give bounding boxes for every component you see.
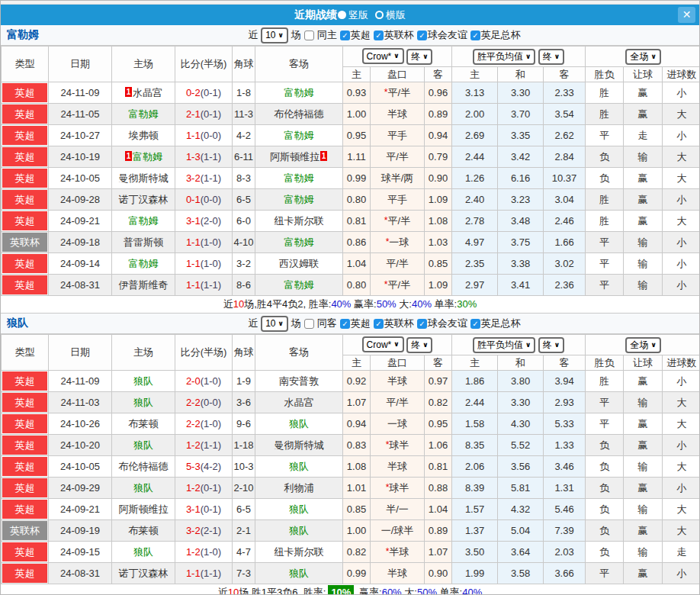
full-score: 1-3 [186,151,201,162]
half-score: (1-0) [201,375,221,387]
avg-draw: 3.48 [498,211,544,232]
home-team: 阿斯顿维拉 [112,499,175,520]
col-away: 客场 [255,47,343,82]
recent-results-window: 近期战绩 竖版 横版 ✕ 富勒姆 近 10∨ 场 同主 ✓英超 ✓英联杯 ✓球会… [0,0,700,595]
result-wdl: 平 [586,232,624,253]
radio-horizontal-layout[interactable] [375,11,384,19]
same-venue-label[interactable]: 同客 [317,317,337,330]
avg-away: 5.33 [544,413,586,435]
results-table: 类型 日期 主场 比分(半场) 角球 客场 Crow*∨ 终∨ 胜平负均值∨ 终… [1,334,700,584]
team-label: 利物浦 [284,482,314,494]
avg-draw: 3.23 [498,189,544,211]
league-label[interactable]: 球会友谊 [428,28,467,42]
subcol-result-wdl: 胜负 [586,67,624,82]
avg-draw: 4.32 [498,499,544,520]
team-label: 狼队 [289,461,309,472]
league-label[interactable]: 英联杯 [384,317,414,330]
close-icon[interactable]: ✕ [678,7,695,23]
radio-vertical-layout[interactable] [338,11,346,19]
away-team: 富勒姆 [255,82,343,104]
match-type-badge: 英超 [2,211,49,232]
same-venue-checkbox[interactable] [304,319,314,329]
match-count-select[interactable]: 10∨ [261,27,288,43]
match-type-badge: 英超 [2,168,49,189]
avg-draw: 3.35 [498,125,544,146]
avg-select[interactable]: 胜平负均值∨ [473,49,535,65]
league-label[interactable]: 英超 [351,317,371,330]
chevron-down-icon: ∨ [393,341,399,348]
avg-away: 1.66 [544,232,586,253]
league-badge: 英超 [2,457,47,476]
scope-select[interactable]: 全场∨ [625,337,660,353]
away-team: 狼队 [255,563,343,584]
league-checkbox-fa-cup[interactable]: ✓ [470,319,480,329]
half-score: (0-1) [201,503,221,515]
league-label[interactable]: 英足总杯 [481,28,521,42]
league-label[interactable]: 英超 [351,28,371,42]
radio-vertical-label[interactable]: 竖版 [348,8,368,22]
table-row: 英超24-10-27埃弗顿1-1(0-0)4-2富勒姆0.95平手0.942.6… [2,125,700,146]
subcol-result-handicap: 让球 [624,355,663,371]
league-checkbox-fa-cup[interactable]: ✓ [470,31,480,40]
avg-away: 3.94 [544,371,586,392]
avg-final-select[interactable]: 终∨ [538,49,564,65]
avg-select[interactable]: 胜平负均值∨ [473,337,535,353]
scope-select[interactable]: 全场∨ [625,49,660,65]
odds-final-select[interactable]: 终∨ [406,337,432,353]
odds-source-select[interactable]: Crow*∨ [362,336,404,352]
league-label[interactable]: 球会友谊 [428,317,467,330]
odds-source-select[interactable]: Crow*∨ [362,48,404,64]
league-checkbox-friendly[interactable]: ✓ [417,31,427,40]
score-cell: 1-1(0-0) [175,125,233,146]
corner-count: 2-1 [233,520,255,542]
subcol-odds-away: 客 [425,67,452,82]
table-row: 英超24-10-05布伦特福德5-3(4-2)10-3狼队1.08半球0.812… [2,456,700,478]
full-score: 1-1 [186,258,201,269]
away-odds: 0.90 [425,563,452,584]
full-score: 1-1 [186,279,201,291]
avg-home: 2.97 [452,275,498,296]
handicap-label: 平手 [387,130,407,141]
result-goals: 小 [663,232,700,253]
avg-final-select[interactable]: 终∨ [538,337,564,353]
same-venue-checkbox[interactable] [304,31,314,40]
league-checkbox-friendly[interactable]: ✓ [417,319,427,329]
titlebar: 近期战绩 竖版 横版 ✕ [1,5,699,25]
away-odds: 0.82 [425,392,452,413]
home-odds: 0.86 [343,232,371,253]
same-venue-label[interactable]: 同主 [317,28,337,42]
table-row: 英超24-09-21阿斯顿维拉3-1(0-1)6-5狼队0.85半/一1.041… [2,499,700,520]
full-score: 1-2 [186,439,201,451]
home-odds: 1.04 [343,253,371,275]
avg-away: 2.93 [544,392,586,413]
home-team: 富勒姆 [112,211,175,232]
league-checkbox-epl[interactable]: ✓ [340,31,350,40]
league-checkbox-epl[interactable]: ✓ [340,319,350,329]
avg-away: 3.54 [544,104,586,125]
league-checkbox-efl-cup[interactable]: ✓ [374,319,384,329]
summary-segment: 40% [462,587,482,595]
avg-home: 1.26 [452,168,498,189]
full-score: 2-0 [186,375,201,387]
away-odds: 0.81 [425,456,452,478]
avg-draw: 3.75 [498,232,544,253]
handicap-cell: 半球 [371,371,425,392]
team-label: 富勒姆 [129,258,159,269]
result-handicap: 赢 [624,520,663,542]
radio-horizontal-label[interactable]: 横版 [386,8,406,22]
league-badge: 英超 [2,254,47,273]
result-handicap: 输 [624,253,663,275]
result-wdl: 负 [586,499,624,520]
league-badge: 英超 [2,414,47,433]
match-date: 24-11-05 [49,104,112,125]
league-label[interactable]: 英联杯 [384,28,414,42]
league-checkbox-efl-cup[interactable]: ✓ [374,31,384,40]
away-odds: 1.09 [425,189,452,211]
col-type: 类型 [2,335,49,371]
league-label[interactable]: 英足总杯 [481,317,521,330]
avg-home: 2.78 [452,211,498,232]
away-odds: 0.95 [425,413,452,435]
odds-final-select[interactable]: 终∨ [406,49,432,65]
match-count-select[interactable]: 10∨ [261,316,288,332]
chevron-down-icon: ∨ [393,53,399,60]
